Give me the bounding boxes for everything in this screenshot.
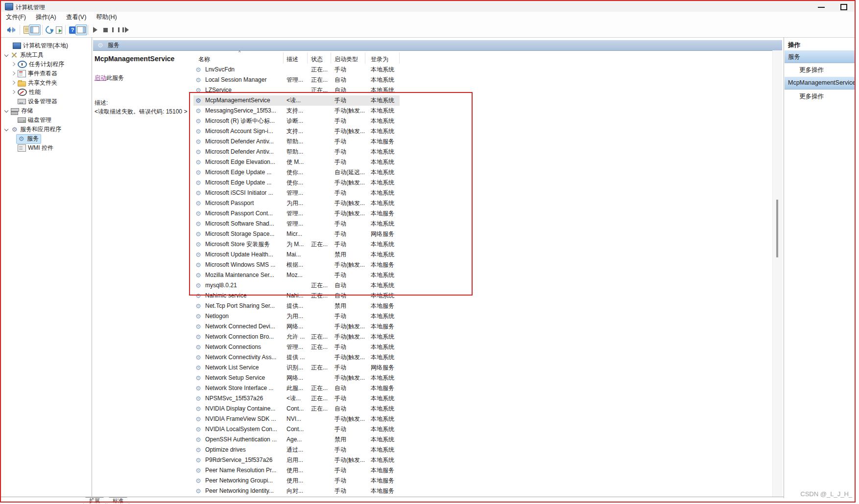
service-row[interactable]: NVIDIA FrameView SDK ... NVI... 手动(触发...… bbox=[193, 414, 400, 424]
service-row[interactable]: Microsoft Store 安装服务 为 M... 正在... 手动 本地系… bbox=[193, 239, 400, 250]
service-row[interactable]: Microsoft Edge Update ... 使你... 手动(触发...… bbox=[193, 178, 400, 188]
service-row[interactable]: Microsoft (R) 诊断中心标... 诊断... 手动 本地系统 bbox=[193, 116, 400, 126]
column-header-name[interactable]: 名称 bbox=[198, 55, 210, 64]
service-row[interactable]: mysql8.0.21 正在... 自动 本地系统 bbox=[193, 280, 400, 291]
chevron-icon[interactable] bbox=[3, 52, 10, 59]
stop-service-icon[interactable] bbox=[100, 24, 111, 35]
more-actions-services[interactable]: 更多操作 bbox=[785, 64, 856, 75]
service-row[interactable]: Peer Name Resolution Pr... 使用... 手动 本地服务 bbox=[193, 465, 400, 476]
start-service-link[interactable]: 启动 bbox=[95, 74, 106, 81]
service-row[interactable]: Peer Networking Groupi... 使用... 手动 本地服务 bbox=[193, 476, 400, 486]
actions-group-selected-service[interactable]: McpManagementService bbox=[785, 77, 856, 90]
service-startup: 手动 bbox=[334, 188, 365, 198]
tree-item-icon bbox=[18, 89, 27, 96]
service-row[interactable]: MessagingService_15f53... 支持... 手动(触发...… bbox=[193, 106, 400, 116]
view-tab[interactable]: 扩展 bbox=[83, 497, 106, 504]
column-separator[interactable] bbox=[331, 52, 331, 64]
restart-service-icon[interactable] bbox=[120, 24, 131, 35]
start-service-icon[interactable] bbox=[90, 24, 101, 35]
chevron-icon[interactable] bbox=[3, 126, 10, 133]
service-row[interactable]: Microsoft Passport 为用... 手动(触发... 本地系统 bbox=[193, 198, 400, 208]
minimize-button[interactable] bbox=[818, 7, 825, 8]
service-row[interactable]: Microsoft Update Health... Mai... 禁用 本地系… bbox=[193, 250, 400, 260]
service-row[interactable]: LnvSvcFdn 正在... 手动 本地系统 bbox=[193, 65, 400, 75]
pause-service-icon[interactable] bbox=[110, 24, 121, 35]
service-row[interactable]: Local Session Manager 管理... 正在... 自动 本地系… bbox=[193, 75, 400, 85]
tree-panel-divider[interactable] bbox=[92, 37, 92, 497]
tree-item[interactable]: WMI 控件 bbox=[1, 143, 91, 153]
service-row[interactable]: Network Connection Bro... 允许 ... 正在... 手… bbox=[193, 332, 400, 342]
list-scrollbar[interactable] bbox=[772, 50, 783, 497]
service-row[interactable]: Microsoft Passport Cont... 管理... 手动(触发..… bbox=[193, 208, 400, 219]
service-row[interactable]: Peer Networking Identity... 向对... 手动 本地服… bbox=[193, 486, 400, 496]
chevron-icon[interactable] bbox=[10, 70, 17, 77]
service-row[interactable]: Microsoft Storage Space... Micr... 手动 网络… bbox=[193, 229, 400, 239]
tree-item[interactable]: 服务 bbox=[1, 134, 91, 143]
service-row[interactable]: NVIDIA Display Containe... Cont... 正在...… bbox=[193, 404, 400, 414]
tree-item[interactable]: 任务计划程序 bbox=[1, 60, 91, 69]
chevron-icon[interactable] bbox=[3, 108, 10, 115]
service-row[interactable]: Nahimic service Nahi... 正在... 自动 本地系统 bbox=[193, 291, 400, 301]
column-header-startup[interactable]: 启动类型 bbox=[334, 55, 358, 64]
more-actions-selected-service[interactable]: 更多操作 bbox=[785, 91, 856, 101]
view-tab[interactable]: 标准 bbox=[107, 497, 129, 504]
export-list-icon[interactable] bbox=[53, 24, 64, 35]
service-row[interactable]: Microsoft Defender Antiv... 帮助... 手动 本地系… bbox=[193, 147, 400, 157]
menu-item[interactable]: 文件(F) bbox=[1, 13, 31, 22]
forward-icon[interactable] bbox=[9, 24, 20, 35]
menu-item[interactable]: 操作(A) bbox=[31, 13, 61, 22]
service-row[interactable]: McpManagementService <读... 手动 本地系统 bbox=[193, 95, 400, 106]
chevron-icon[interactable] bbox=[10, 61, 17, 68]
service-row[interactable]: NVIDIA LocalSystem Con... Cont... 手动 本地系… bbox=[193, 424, 400, 435]
maximize-button[interactable] bbox=[840, 4, 847, 10]
show-console-tree-icon[interactable] bbox=[29, 24, 41, 35]
service-row[interactable]: Net.Tcp Port Sharing Ser... 提供... 禁用 本地服… bbox=[193, 301, 400, 311]
service-row[interactable]: Network Connectivity Ass... 提供 ... 手动(触发… bbox=[193, 352, 400, 363]
service-row[interactable]: Microsoft Edge Elevation... 使 M... 手动 本地… bbox=[193, 157, 400, 167]
tree-item[interactable]: 计算机管理(本地) bbox=[1, 41, 91, 50]
service-row[interactable]: LZService 正在... 自动 本地系统 bbox=[193, 85, 400, 95]
tree-item[interactable]: 设备管理器 bbox=[1, 97, 91, 106]
column-separator[interactable] bbox=[365, 52, 365, 64]
menu-item[interactable]: 查看(V) bbox=[61, 13, 92, 22]
chevron-icon[interactable] bbox=[10, 80, 17, 87]
service-row[interactable]: Network Setup Service 网络... 手动(触发... 本地系… bbox=[193, 373, 400, 383]
tree-item[interactable]: 共享文件夹 bbox=[1, 78, 91, 88]
menu-item[interactable]: 帮助(H) bbox=[91, 13, 121, 22]
service-row[interactable]: Microsoft Software Shad... 管理... 手动 本地系统 bbox=[193, 219, 400, 229]
tree-item[interactable]: 磁盘管理 bbox=[1, 115, 91, 125]
scrollbar-thumb[interactable] bbox=[776, 200, 778, 257]
tree-item[interactable]: 性能 bbox=[1, 88, 91, 97]
service-row[interactable]: Microsoft Defender Antiv... 帮助... 手动 本地服… bbox=[193, 137, 400, 147]
service-row[interactable]: Network Connected Devi... 网络... 手动(触发...… bbox=[193, 321, 400, 332]
column-header-desc[interactable]: 描述 bbox=[286, 55, 298, 64]
action-panel-divider[interactable] bbox=[784, 37, 784, 498]
service-row[interactable]: Microsoft iSCSI Initiator ... 管理... 手动 本… bbox=[193, 188, 400, 198]
service-row[interactable]: Network Connections 管理... 正在... 手动 本地系统 bbox=[193, 342, 400, 352]
service-row[interactable]: Microsoft Windows SMS ... 根据... 手动(触发...… bbox=[193, 260, 400, 270]
service-gear-icon bbox=[195, 250, 201, 260]
tree-item[interactable]: 系统工具 bbox=[1, 50, 91, 60]
service-startup: 手动 bbox=[334, 137, 365, 147]
show-action-pane-icon[interactable] bbox=[75, 24, 87, 35]
service-row[interactable]: Network Store Interface ... 此服... 正在... … bbox=[193, 383, 400, 393]
chevron-icon[interactable] bbox=[10, 89, 17, 96]
service-row[interactable]: Netlogon 为用... 手动 本地系统 bbox=[193, 311, 400, 321]
service-row[interactable]: Mozilla Maintenance Ser... Moz... 手动 本地系… bbox=[193, 270, 400, 280]
column-header-status[interactable]: 状态 bbox=[311, 55, 323, 64]
service-row[interactable]: OpenSSH Authentication ... Age... 禁用 本地系… bbox=[193, 435, 400, 445]
service-row[interactable]: NPSMSvc_15f537a26 <读... 正在... 手动 本地系统 bbox=[193, 393, 400, 404]
service-row[interactable]: Microsoft Edge Update ... 使你... 自动(延迟...… bbox=[193, 167, 400, 178]
tree-item[interactable]: 事件查看器 bbox=[1, 69, 91, 78]
column-separator[interactable] bbox=[307, 52, 308, 64]
tree-item[interactable]: 服务和应用程序 bbox=[1, 125, 91, 134]
service-row[interactable]: Network List Service 识别... 正在... 手动 网络服务 bbox=[193, 363, 400, 373]
actions-group-services[interactable]: 服务 bbox=[785, 50, 856, 63]
service-row[interactable]: P9RdrService_15f537a26 启用... 手动(触发... 本地… bbox=[193, 455, 400, 465]
column-separator[interactable] bbox=[283, 52, 284, 64]
service-row[interactable]: Microsoft Account Sign-i... 支持... 手动(触发.… bbox=[193, 126, 400, 137]
service-row[interactable]: Optimize drives 通过... 手动 本地系统 bbox=[193, 445, 400, 455]
tree-item[interactable]: 存储 bbox=[1, 106, 91, 115]
column-separator[interactable] bbox=[399, 52, 400, 64]
column-header-logon[interactable]: 登录为 bbox=[371, 55, 388, 64]
